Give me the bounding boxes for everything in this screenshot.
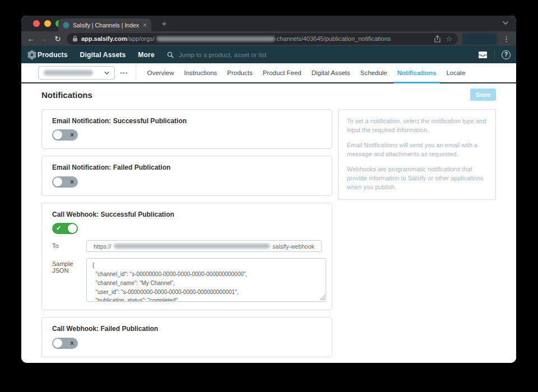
- help-paragraph: Webhooks are programmatic notifications …: [347, 165, 487, 192]
- nav-item-more[interactable]: More: [138, 51, 154, 59]
- toggle-off-x-icon: ×: [70, 179, 74, 185]
- browser-menu-icon[interactable]: ⋮: [502, 35, 511, 43]
- tab-title: Salsify | Channels | Index: [73, 22, 140, 29]
- tab-close-icon[interactable]: ×: [143, 22, 147, 29]
- tab-digital-assets[interactable]: Digital Assets: [307, 63, 355, 82]
- toggle-webhook-failed[interactable]: ×: [52, 338, 78, 349]
- help-sidebar: To set a notification, select the notifi…: [338, 109, 496, 200]
- webhook-url-redacted: [114, 244, 271, 249]
- bookmark-star-icon[interactable]: ☆: [446, 35, 452, 43]
- card-email-failed: Email Notification: Failed Publication ×: [41, 156, 332, 195]
- tab-schedule[interactable]: Schedule: [355, 63, 392, 82]
- toggle-webhook-successful[interactable]: ✓: [52, 223, 78, 234]
- sample-json-row: Sample JSON { "channel_id": "s-00000000-…: [52, 258, 322, 302]
- toggle-knob: [53, 178, 62, 186]
- browser-tab[interactable]: Salsify | Channels | Index ×: [58, 18, 151, 31]
- channel-subnav: ••• Overview Instructions Products Produ…: [21, 63, 516, 83]
- url-path-suffix: channels/403645/publication_notification…: [277, 35, 391, 42]
- card-title: Email Notification: Successful Publicati…: [52, 117, 322, 125]
- subnav-divider: [136, 66, 136, 80]
- card-webhook-failed: Call Webhook: Failed Publication ×: [41, 317, 332, 357]
- browser-window: Salsify | Channels | Index × + ← → ↻ app…: [21, 16, 516, 363]
- card-webhook-successful: Call Webhook: Successful Publication ✓ T…: [41, 203, 332, 310]
- url-path-prefix: /app/orgs/: [127, 35, 155, 42]
- back-button[interactable]: ←: [26, 35, 35, 43]
- share-icon[interactable]: [434, 35, 440, 43]
- card-email-successful: Email Notification: Successful Publicati…: [41, 109, 332, 149]
- address-bar[interactable]: app.salsify.com/app/orgs/channels/403645…: [67, 33, 458, 45]
- salsify-favicon-icon: [63, 22, 69, 29]
- page-header: Notifications Save: [41, 88, 496, 101]
- search-placeholder: Jump to a product, asset or list: [179, 52, 267, 58]
- help-paragraph: To set a notification, select the notifi…: [347, 117, 487, 135]
- tab-products[interactable]: Products: [222, 63, 257, 82]
- webhook-to-row: To https:// salsify-webhook: [52, 240, 322, 252]
- url-host: app.salsify.com: [81, 35, 127, 42]
- salsify-logo-icon[interactable]: [26, 49, 38, 60]
- toggle-email-failed[interactable]: ×: [52, 176, 78, 188]
- page-title: Notifications: [41, 90, 92, 100]
- inbox-tray-icon[interactable]: [478, 51, 488, 59]
- notification-cards: Email Notification: Successful Publicati…: [41, 109, 332, 357]
- tab-locale[interactable]: Locale: [441, 63, 470, 82]
- nav-right-group: ?: [478, 50, 511, 59]
- minimize-window-button[interactable]: [44, 20, 51, 27]
- profile-chip-redacted[interactable]: [462, 33, 497, 45]
- browser-tab-bar: Salsify | Channels | Index × +: [21, 16, 516, 31]
- global-search[interactable]: Jump to a product, asset or list: [167, 52, 478, 58]
- forward-button[interactable]: →: [40, 35, 49, 43]
- sample-json-wrapper: { "channel_id": "s-00000000-0000-0000-00…: [86, 258, 326, 302]
- new-tab-button[interactable]: +: [159, 18, 169, 29]
- channel-more-actions-button[interactable]: •••: [120, 69, 128, 76]
- browser-toolbar: ← → ↻ app.salsify.com/app/orgs/channels/…: [21, 31, 516, 46]
- toggle-email-successful[interactable]: ×: [52, 129, 78, 141]
- url-redacted-segment: [156, 36, 275, 41]
- webhook-url-input[interactable]: https:// salsify-webhook: [86, 240, 322, 252]
- omnibox-actions: ☆: [434, 35, 452, 43]
- to-label: To: [52, 240, 86, 252]
- webhook-url-prefix: https://: [94, 243, 112, 250]
- toggle-off-x-icon: ×: [70, 132, 74, 138]
- nav-divider: [494, 50, 495, 59]
- sample-json-label: Sample JSON: [52, 258, 86, 302]
- page-content: Notifications Save Email Notification: S…: [21, 83, 516, 363]
- nav-item-digital-assets[interactable]: Digital Assets: [80, 51, 126, 59]
- url-text: app.salsify.com/app/orgs/channels/403645…: [81, 35, 431, 42]
- card-title: Call Webhook: Successful Publication: [52, 211, 322, 218]
- search-icon: [167, 52, 174, 58]
- lock-icon[interactable]: [72, 35, 78, 42]
- main-area: Email Notification: Successful Publicati…: [41, 109, 496, 357]
- help-paragraph: Email Notifications will send you an ema…: [347, 141, 487, 159]
- sample-json-textarea[interactable]: { "channel_id": "s-00000000-0000-0000-00…: [86, 258, 326, 302]
- channel-tabs: Overview Instructions Products Product F…: [142, 63, 471, 82]
- tab-overview[interactable]: Overview: [142, 63, 179, 82]
- save-button[interactable]: Save: [470, 88, 496, 101]
- card-title: Call Webhook: Failed Publication: [52, 325, 322, 333]
- app-nav: Products Digital Assets More Jump to a p…: [21, 46, 516, 63]
- nav-item-products[interactable]: Products: [38, 51, 68, 59]
- toggle-knob: [68, 224, 77, 233]
- channel-name-redacted: [44, 70, 93, 76]
- toggle-knob: [53, 130, 62, 139]
- toggle-on-check-icon: ✓: [56, 225, 61, 231]
- tab-instructions[interactable]: Instructions: [179, 63, 222, 82]
- help-icon[interactable]: ?: [502, 50, 511, 59]
- toggle-knob: [53, 339, 62, 348]
- tab-notifications[interactable]: Notifications: [392, 63, 442, 82]
- tab-product-feed[interactable]: Product Feed: [258, 63, 307, 82]
- channel-select-dropdown[interactable]: [38, 66, 115, 80]
- toggle-off-x-icon: ×: [70, 339, 74, 346]
- webhook-url-suffix: salsify-webhook: [272, 243, 314, 250]
- reload-button[interactable]: ↻: [53, 35, 62, 43]
- close-window-button[interactable]: [33, 20, 40, 27]
- card-title: Email Notification: Failed Publication: [52, 164, 322, 171]
- tab-search-chevron-icon[interactable]: [503, 21, 508, 25]
